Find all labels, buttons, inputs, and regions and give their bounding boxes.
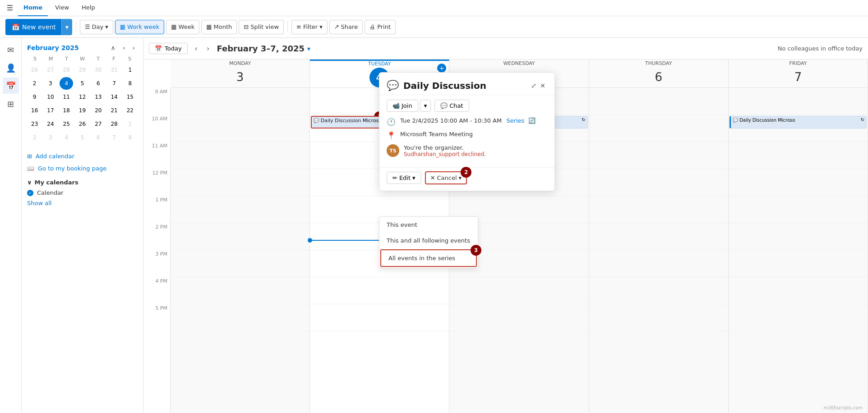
mini-cal-day[interactable]: 21 [107, 104, 121, 117]
new-event-dropdown-arrow[interactable]: ▾ [61, 19, 72, 35]
friday-hour-10[interactable]: 💬 Daily Discussion Microso ↻ [729, 115, 868, 142]
mini-cal-day[interactable]: 6 [92, 131, 105, 144]
mini-cal-day[interactable]: 5 [75, 131, 89, 144]
week-view-button[interactable]: ▦ Week [166, 20, 199, 34]
mini-cal-day[interactable]: 19 [75, 104, 89, 117]
today-button[interactable]: 📅 Today [149, 43, 188, 54]
tuesday-hour-5[interactable] [310, 304, 449, 331]
mini-cal-day[interactable]: 28 [60, 64, 73, 76]
mini-cal-day[interactable]: 8 [123, 131, 137, 144]
mini-cal-day[interactable]: 7 [107, 131, 121, 144]
mini-cal-day[interactable]: 5 [75, 77, 89, 90]
mini-cal-day[interactable]: 22 [123, 104, 137, 117]
mini-cal-day[interactable]: 8 [123, 77, 137, 90]
menu-tab-help[interactable]: Help [76, 0, 101, 16]
sidebar-icon-calendar[interactable]: 📅 [3, 78, 19, 94]
day-num-7[interactable]: 7 [788, 67, 808, 87]
month-view-button[interactable]: ▦ Month [201, 20, 237, 34]
sidebar-icon-apps[interactable]: ⊞ [3, 96, 19, 112]
mini-cal-day[interactable]: 7 [107, 77, 121, 90]
mini-cal-prev-button[interactable]: ‹ [120, 43, 128, 52]
mini-cal-day[interactable]: 6 [92, 77, 105, 90]
split-view-button[interactable]: ⊟ Split view [239, 20, 284, 34]
mini-cal-day[interactable]: 26 [28, 64, 42, 76]
mini-cal-day[interactable]: 24 [44, 118, 57, 130]
menu-tab-view[interactable]: View [50, 0, 74, 16]
sidebar-icon-people[interactable]: 👤 [3, 60, 19, 76]
my-calendars-header[interactable]: ∨ My calendars [27, 179, 138, 186]
mini-cal-day[interactable]: 2 [28, 131, 42, 144]
hamburger-button[interactable]: ☰ [4, 2, 16, 14]
share-button[interactable]: ↗ Share [329, 20, 363, 34]
hour-5[interactable] [171, 304, 309, 331]
mini-cal-day[interactable]: 27 [92, 118, 105, 130]
join-dropdown-button[interactable]: ▾ [420, 100, 431, 112]
tuesday-hour-4[interactable] [310, 277, 449, 304]
prev-week-button[interactable]: ‹ [191, 42, 201, 55]
mini-cal-day[interactable]: 1 [123, 64, 137, 76]
mini-cal-day[interactable]: 23 [28, 118, 42, 130]
popup-edit-cancel-row: ✏ Edit ▾ ✕ Cancel ▾ 2 [379, 167, 554, 191]
hour-10[interactable] [171, 115, 309, 142]
mini-cal-day[interactable]: 15 [123, 91, 137, 103]
mini-cal-day[interactable]: 31 [107, 64, 121, 76]
edit-button[interactable]: ✏ Edit ▾ [387, 172, 421, 184]
hour-4[interactable] [171, 277, 309, 304]
add-calendar-link[interactable]: ⊞ Add calendar [27, 151, 138, 161]
mini-cal-day[interactable]: 3 [44, 131, 57, 144]
hour-2[interactable] [171, 223, 309, 250]
mini-cal-day[interactable]: 25 [60, 118, 73, 130]
chat-button[interactable]: 💬 Chat [434, 100, 469, 112]
mini-cal-day[interactable]: 11 [60, 91, 73, 103]
day-view-button[interactable]: ☰ Day ▾ [80, 20, 113, 34]
mini-cal-day[interactable]: 30 [92, 64, 105, 76]
mini-cal-day[interactable]: 26 [75, 118, 89, 130]
mini-cal-day[interactable]: 20 [92, 104, 105, 117]
mini-cal-day[interactable]: 29 [75, 64, 89, 76]
mini-cal-collapse-button[interactable]: ∧ [108, 43, 118, 52]
next-week-button[interactable]: › [203, 42, 213, 55]
time-label-3pm: 3 PM [143, 250, 170, 277]
friday-event[interactable]: 💬 Daily Discussion Microso ↻ [729, 116, 867, 128]
mini-cal-day[interactable]: 10 [44, 91, 57, 103]
mini-cal-day[interactable]: 12 [75, 91, 89, 103]
date-range-dropdown-icon[interactable]: ▾ [307, 45, 310, 52]
mini-cal-day[interactable]: 18 [60, 104, 73, 117]
cancel-all-series-option[interactable]: All events in the series 3 [380, 249, 477, 267]
menu-tab-home[interactable]: Home [18, 0, 48, 16]
cancel-following-events-option[interactable]: This and all following events [379, 233, 478, 248]
mini-cal-day-today[interactable]: 4 [60, 77, 73, 90]
mini-cal-day[interactable]: 1 [123, 118, 137, 130]
new-event-button[interactable]: 📅 New event ▾ [5, 19, 72, 35]
popup-close-button[interactable]: ✕ [538, 80, 547, 91]
mini-cal-day[interactable]: 17 [44, 104, 57, 117]
hour-9[interactable] [171, 88, 309, 115]
hour-3[interactable] [171, 250, 309, 277]
mini-cal-next-button[interactable]: › [129, 43, 138, 52]
mini-cal-day[interactable]: 27 [44, 64, 57, 76]
mini-cal-day[interactable]: 9 [28, 91, 42, 103]
booking-page-link[interactable]: 📖 Go to my booking page [27, 163, 138, 174]
mini-cal-day[interactable]: 13 [92, 91, 105, 103]
mini-cal-day[interactable]: 14 [107, 91, 121, 103]
add-event-button[interactable]: + [437, 64, 446, 73]
join-button[interactable]: 📹 Join [387, 100, 418, 112]
mini-cal-day[interactable]: 16 [28, 104, 42, 117]
hour-11[interactable] [171, 142, 309, 169]
day-num-3[interactable]: 3 [230, 67, 250, 87]
hour-12[interactable] [171, 169, 309, 196]
hour-1[interactable] [171, 196, 309, 223]
popup-header: 💬 Daily Discussion ⤢ ✕ [379, 73, 554, 95]
cancel-this-event-option[interactable]: This event [379, 217, 478, 233]
mini-cal-day[interactable]: 3 [44, 77, 57, 90]
print-button[interactable]: 🖨 Print [365, 20, 396, 34]
show-all-link[interactable]: Show all [27, 200, 138, 206]
work-week-button[interactable]: ▦ Work week [115, 20, 165, 34]
mini-cal-day[interactable]: 28 [107, 118, 121, 130]
mini-cal-day[interactable]: 2 [28, 77, 42, 90]
filter-button[interactable]: ≡ Filter ▾ [291, 20, 328, 34]
popup-expand-button[interactable]: ⤢ [529, 80, 538, 91]
sidebar-icon-mail[interactable]: ✉ [3, 41, 19, 58]
mini-cal-day[interactable]: 4 [60, 131, 73, 144]
cancel-button[interactable]: ✕ Cancel ▾ 2 [425, 171, 467, 184]
